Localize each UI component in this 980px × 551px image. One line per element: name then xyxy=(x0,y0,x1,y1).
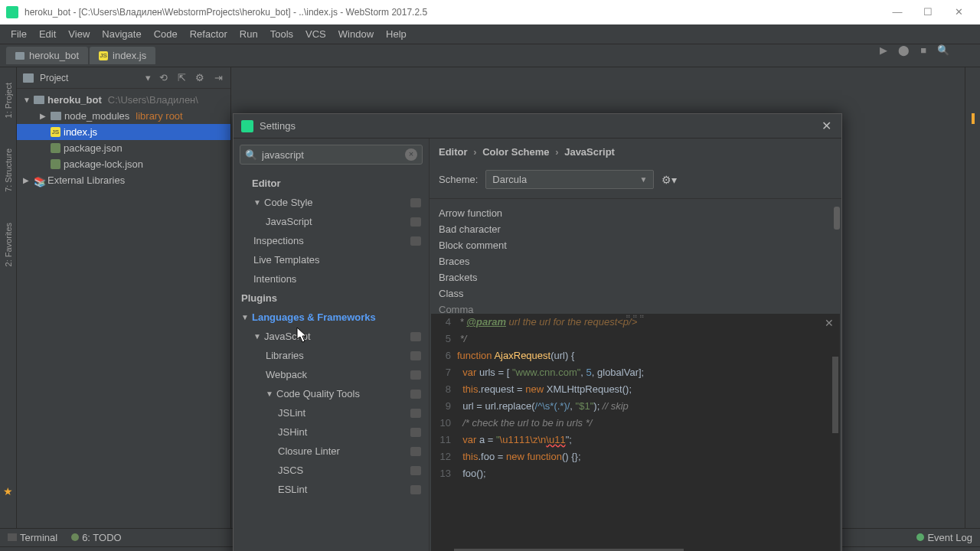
splitter-handle[interactable]: ⠿⠿⠿ xyxy=(626,314,646,320)
warning-marker[interactable] xyxy=(972,113,975,124)
node-webpack[interactable]: Webpack xyxy=(234,365,429,384)
node-editor[interactable]: Editor xyxy=(234,174,429,193)
scope-icon xyxy=(410,466,421,475)
attr-item[interactable]: Braces xyxy=(439,253,832,269)
node-code-style[interactable]: ▼Code Style xyxy=(234,193,429,212)
attr-item[interactable]: Arrow function xyxy=(439,205,832,221)
chevron-down-icon[interactable]: ▼ xyxy=(23,96,31,104)
tree-label: package-lock.json xyxy=(64,158,143,170)
node-javascript[interactable]: ▼JavaScript xyxy=(234,327,429,346)
node-libraries[interactable]: Libraries xyxy=(234,346,429,365)
tree-package-lock[interactable]: package-lock.json xyxy=(17,156,230,172)
menu-help[interactable]: Help xyxy=(380,28,413,40)
project-tree[interactable]: ▼ heroku_bot C:\Users\Владилен\ ▶ node_m… xyxy=(17,89,230,191)
attr-item[interactable]: Bad character xyxy=(439,221,832,237)
dialog-body: 🔍 × Editor ▼Code Style JavaScript Inspec… xyxy=(234,139,841,551)
toolwin-structure-tab[interactable]: 7: Structure xyxy=(4,148,13,192)
debug-icon[interactable]: ⬤ xyxy=(898,44,910,56)
scope-icon xyxy=(410,351,421,360)
menu-file[interactable]: File xyxy=(5,28,33,40)
scope-icon xyxy=(410,390,421,399)
chevron-right-icon[interactable]: ▶ xyxy=(23,176,31,184)
run-icon[interactable]: ▶ xyxy=(880,44,887,56)
tree-index-js[interactable]: JS index.js xyxy=(17,124,230,140)
crumb-js: JavaScript xyxy=(564,146,615,158)
menu-vcs[interactable]: VCS xyxy=(299,28,332,40)
node-inspections[interactable]: Inspections xyxy=(234,231,429,250)
attribute-list[interactable]: Arrow function Bad character Block comme… xyxy=(430,199,841,314)
close-window-button[interactable]: ✕ xyxy=(943,2,974,23)
tree-label: node_modules xyxy=(64,110,129,122)
todo-icon xyxy=(71,533,79,541)
scrollbar-vertical[interactable] xyxy=(834,207,840,230)
tree-label: index.js xyxy=(64,126,97,138)
node-lang-frameworks[interactable]: ▼Languages & Frameworks xyxy=(234,308,429,327)
breadcrumb-project[interactable]: heroku_bot xyxy=(6,47,88,64)
todo-tab[interactable]: 6: TODO xyxy=(71,532,122,543)
dropdown-icon[interactable]: ▾ xyxy=(145,72,151,83)
node-code-quality[interactable]: ▼Code Quality Tools xyxy=(234,384,429,403)
toolwin-favorites-tab[interactable]: 2: Favorites xyxy=(4,223,13,266)
terminal-tab[interactable]: Terminal xyxy=(8,532,57,543)
main-menu-bar: File Edit View Navigate Code Refactor Ru… xyxy=(0,24,980,44)
close-icon[interactable]: ✕ xyxy=(818,119,834,133)
tree-package-json[interactable]: package.json xyxy=(17,140,230,156)
node-jslint[interactable]: JSLint xyxy=(234,403,429,422)
menu-refactor[interactable]: Refactor xyxy=(184,28,234,40)
hide-icon[interactable]: ⇥ xyxy=(212,72,224,84)
gear-icon[interactable]: ⚙ xyxy=(194,72,206,84)
attr-item[interactable]: Class xyxy=(439,285,832,302)
settings-dialog: Settings ✕ 🔍 × Editor ▼Code Style JavaSc… xyxy=(233,113,842,551)
toolwin-project-tab[interactable]: 1: Project xyxy=(4,83,13,118)
tree-root[interactable]: ▼ heroku_bot C:\Users\Владилен\ xyxy=(17,92,230,108)
clear-search-icon[interactable]: × xyxy=(405,148,417,161)
menu-window[interactable]: Window xyxy=(332,28,380,40)
menu-edit[interactable]: Edit xyxy=(33,28,62,40)
project-icon xyxy=(23,73,34,83)
event-log-tab[interactable]: Event Log xyxy=(916,532,972,543)
close-preview-icon[interactable]: ✕ xyxy=(825,317,834,329)
node-eslint[interactable]: ESLint xyxy=(234,480,429,499)
menu-code[interactable]: Code xyxy=(148,28,184,40)
minimize-button[interactable]: — xyxy=(882,2,913,23)
chevron-right-icon[interactable]: ▶ xyxy=(40,112,47,120)
stop-icon[interactable]: ■ xyxy=(920,44,926,56)
gear-icon[interactable]: ⚙▾ xyxy=(662,174,677,186)
scheme-combobox[interactable]: Darcula ▼ xyxy=(485,170,654,189)
crumb-color-scheme[interactable]: Color Scheme xyxy=(482,146,549,158)
node-intentions[interactable]: Intentions xyxy=(234,269,429,289)
scrollbar-vertical[interactable] xyxy=(832,357,838,433)
node-plugins[interactable]: Plugins xyxy=(234,289,429,308)
dialog-title-bar[interactable]: Settings ✕ xyxy=(234,114,841,139)
window-title: heroku_bot - [C:\Users\Владилен\Webstorm… xyxy=(24,7,882,18)
star-icon[interactable]: ★ xyxy=(3,485,13,497)
settings-search[interactable]: 🔍 × xyxy=(240,145,423,165)
event-log-icon xyxy=(916,533,924,541)
tree-node-modules[interactable]: ▶ node_modules library root xyxy=(17,108,230,124)
menu-navigate[interactable]: Navigate xyxy=(96,28,147,40)
node-live-templates[interactable]: Live Templates xyxy=(234,250,429,269)
scheme-value: Darcula xyxy=(492,174,639,185)
search-input[interactable] xyxy=(262,149,405,161)
attr-item[interactable]: Brackets xyxy=(439,269,832,285)
search-icon[interactable]: 🔍 xyxy=(937,44,949,56)
attr-item[interactable]: Comma xyxy=(439,302,832,314)
menu-view[interactable]: View xyxy=(62,28,96,40)
code-preview[interactable]: ⠿⠿⠿ ✕ 4 * @param url the url for the req… xyxy=(431,314,840,551)
node-code-style-js[interactable]: JavaScript xyxy=(234,212,429,231)
node-closure[interactable]: Closure Linter xyxy=(234,442,429,461)
attr-item[interactable]: Block comment xyxy=(439,237,832,253)
tree-external-libs[interactable]: ▶ 📚 External Libraries xyxy=(17,172,230,188)
locate-icon[interactable]: ⇱ xyxy=(175,72,188,84)
breadcrumb-file[interactable]: JS index.js xyxy=(90,47,155,64)
menu-tools[interactable]: Tools xyxy=(264,28,299,40)
folder-icon xyxy=(15,52,24,60)
settings-tree[interactable]: Editor ▼Code Style JavaScript Inspection… xyxy=(234,171,429,551)
menu-run[interactable]: Run xyxy=(234,28,264,40)
crumb-editor[interactable]: Editor xyxy=(439,146,468,158)
maximize-button[interactable]: ☐ xyxy=(913,2,943,23)
folder-icon xyxy=(51,112,61,120)
node-jscs[interactable]: JSCS xyxy=(234,461,429,480)
collapse-icon[interactable]: ⟲ xyxy=(157,72,169,84)
node-jshint[interactable]: JSHint xyxy=(234,422,429,442)
